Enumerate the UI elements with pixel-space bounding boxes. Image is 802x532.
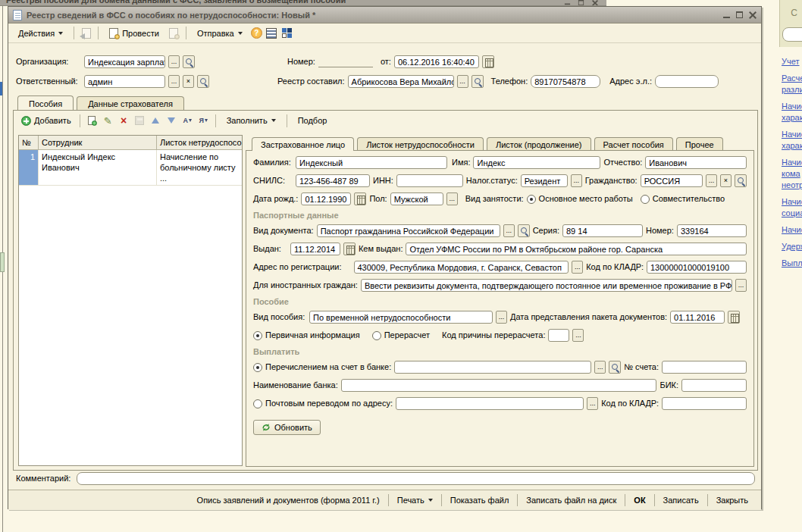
citizenship-select-button[interactable]: ...	[706, 174, 717, 187]
move-up-icon[interactable]	[149, 114, 162, 127]
series-field[interactable]: 89 14	[562, 224, 643, 237]
post-button[interactable]: Провести	[104, 26, 164, 41]
sidebar-link[interactable]: Учет	[782, 56, 802, 67]
fill-button[interactable]: Заполнить	[221, 114, 281, 127]
print-button[interactable]: Печать	[392, 493, 438, 507]
sort-asc-icon[interactable]: А	[181, 114, 194, 127]
bank-select-button[interactable]: ...	[594, 361, 606, 374]
firstname-field[interactable]: Индекс	[473, 156, 600, 169]
add-row-button[interactable]: Добавить	[18, 115, 74, 127]
send-button[interactable]: Отправка	[192, 27, 248, 40]
edit-row-icon[interactable]: ✎	[102, 114, 114, 127]
tab-other[interactable]: Прочее	[676, 137, 723, 151]
recalc-radio[interactable]	[372, 331, 381, 340]
unpost-icon[interactable]	[168, 27, 180, 39]
sidebar-link[interactable]: социа	[782, 208, 802, 219]
benefit-date-field[interactable]: 01.11.2016	[670, 311, 725, 324]
maximize-icon[interactable]	[578, 0, 584, 5]
side-panel-input[interactable]	[782, 27, 802, 42]
calendar-icon[interactable]	[728, 311, 740, 324]
tab-benefits[interactable]: Пособия	[17, 95, 74, 110]
bank-transfer-radio[interactable]	[253, 363, 262, 372]
refresh-button[interactable]: Обновить	[253, 420, 321, 435]
citizenship-field[interactable]: РОССИЯ	[641, 174, 703, 187]
responsible-field[interactable]: админ	[84, 75, 165, 88]
compiler-field[interactable]: Абрикосова Вера Михайлов	[348, 75, 454, 88]
bik-field[interactable]	[681, 379, 747, 392]
row-employee[interactable]: Индексный Индекс Иванович	[39, 150, 157, 185]
taxstatus-select-button[interactable]: ...	[571, 174, 582, 187]
issuedby-field[interactable]: Отдел УФМС России по РМ в Октябрьском ра…	[406, 243, 747, 255]
phone-field[interactable]: 89170754878	[531, 75, 600, 88]
org-field[interactable]: Индексация зарплаты	[84, 55, 165, 68]
sort-desc-icon[interactable]: Я	[197, 114, 210, 127]
sidebar-link[interactable]: кома	[782, 168, 802, 180]
tab-sick-leave[interactable]: Листок нетрудоспособности	[357, 137, 484, 151]
middlename-field[interactable]: Иванович	[645, 156, 747, 169]
move-down-icon[interactable]	[165, 114, 178, 127]
show-file-button[interactable]: Показать файл	[445, 493, 515, 507]
compiler-select-button[interactable]: ...	[457, 75, 468, 88]
close-icon[interactable]	[749, 11, 757, 19]
sidebar-link[interactable]: неотр	[782, 180, 802, 191]
list-settings-icon[interactable]	[265, 27, 278, 39]
tab-sick-leave-cont[interactable]: Листок (продолжение)	[487, 137, 591, 151]
sidebar-link[interactable]: харак	[782, 140, 802, 152]
lastname-field[interactable]: Индексный	[296, 156, 447, 169]
row-number[interactable]: 1	[19, 150, 39, 185]
responsible-clear-button[interactable]: ×	[183, 75, 194, 88]
benefit-type-select-button[interactable]: ...	[496, 311, 507, 324]
primary-info-radio[interactable]	[253, 331, 262, 340]
doctype-search-icon[interactable]	[518, 224, 530, 237]
calendar-icon[interactable]	[343, 243, 356, 255]
sidebar-link[interactable]: Начис	[782, 196, 802, 208]
compiler-search-icon[interactable]	[471, 75, 484, 88]
number-field[interactable]	[318, 57, 373, 67]
tab-insured-person[interactable]: Застрахованное лицо	[252, 137, 354, 151]
ok-button[interactable]: ОК	[628, 493, 650, 507]
sidebar-link[interactable]: Выпл	[782, 258, 802, 269]
column-sheet[interactable]: Листок нетрудоспосо...	[157, 136, 242, 149]
minimize-icon[interactable]	[565, 0, 570, 5]
snils-field[interactable]: 123-456-487 89	[296, 174, 370, 187]
copy-row-icon[interactable]	[86, 114, 99, 127]
foreign-select-button[interactable]: ...	[735, 279, 747, 292]
column-num[interactable]: №	[19, 136, 39, 149]
maximize-icon[interactable]	[736, 11, 743, 18]
recalc-reason-field[interactable]	[548, 329, 569, 342]
issued-field[interactable]: 11.12.2014	[290, 243, 340, 255]
regaddr-select-button[interactable]: ...	[572, 261, 583, 274]
sidebar-link[interactable]: разли	[782, 84, 802, 95]
bank-search-icon[interactable]	[609, 361, 621, 374]
postal-transfer-radio[interactable]	[253, 399, 262, 408]
gender-field[interactable]: Мужской	[390, 192, 443, 205]
sidebar-link[interactable]: Начис	[782, 224, 802, 236]
table-row[interactable]: 1 Индексный Индекс Иванович Начисление п…	[19, 150, 242, 186]
calendar-icon[interactable]	[482, 55, 494, 68]
citizenship-clear-button[interactable]: ×	[720, 174, 732, 187]
email-field[interactable]	[655, 75, 719, 88]
passport-number-field[interactable]: 339164	[677, 224, 747, 237]
tab-insurer[interactable]: Данные страхователя	[77, 96, 184, 110]
comment-field[interactable]	[77, 472, 755, 485]
employment-second-radio[interactable]	[641, 195, 650, 204]
foreign-field[interactable]: Ввести реквизиты документа, подтверждающ…	[361, 279, 732, 292]
payout-kladr-field[interactable]	[662, 397, 747, 410]
inn-field[interactable]	[396, 174, 463, 187]
bank-transfer-label[interactable]: Перечислением на счет в банке:	[265, 361, 391, 374]
account-field[interactable]	[662, 361, 747, 374]
citizenship-search-icon[interactable]	[735, 174, 747, 187]
tab-benefit-calc[interactable]: Расчет пособия	[594, 137, 673, 151]
help-icon[interactable]: ?	[251, 27, 262, 39]
save-row-icon[interactable]	[133, 114, 146, 127]
row-sheet[interactable]: Начисление по больничному листу ...	[157, 150, 242, 185]
regaddr-field[interactable]: 430009, Республика Мордовия, г. Саранск,…	[354, 261, 569, 274]
calendar-icon[interactable]	[354, 192, 366, 205]
column-employee[interactable]: Сотрудник	[39, 136, 157, 149]
recalc-reason-select-button[interactable]: ...	[572, 329, 584, 342]
gender-select-button[interactable]: ...	[446, 192, 458, 205]
responsible-select-button[interactable]: ...	[168, 75, 180, 88]
close-button[interactable]: Закрыть	[711, 493, 753, 507]
sidebar-link[interactable]: Начис	[782, 157, 802, 168]
structure-icon[interactable]	[281, 27, 294, 39]
